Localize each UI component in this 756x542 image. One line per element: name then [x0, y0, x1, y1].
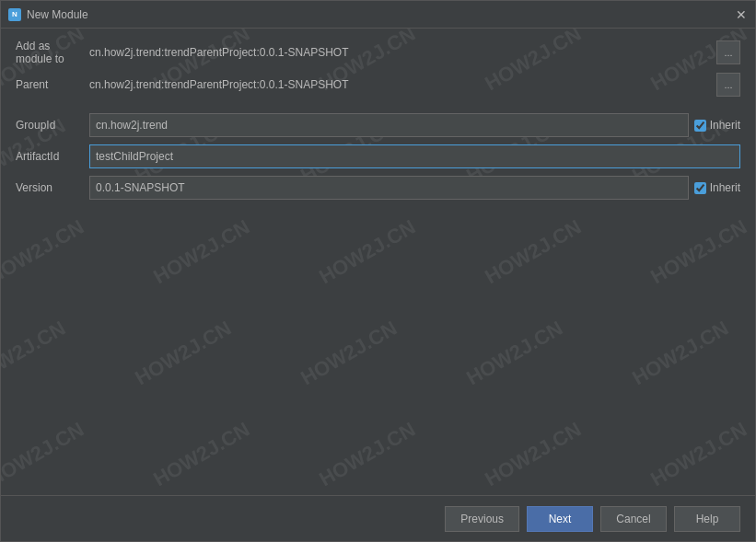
cancel-button[interactable]: Cancel — [600, 506, 667, 532]
watermark: HOW2J.CN — [1, 215, 88, 290]
dialog-footer: Previous Next Cancel Help — [1, 495, 755, 541]
version-label: Version — [16, 181, 89, 194]
parent-browse-button[interactable]: ... — [716, 73, 740, 97]
close-button[interactable]: ✕ — [735, 8, 748, 21]
next-button[interactable]: Next — [527, 506, 593, 532]
watermark: HOW2J.CN — [462, 317, 567, 391]
form-area: Add as module to cn.how2j.trend:trendPar… — [16, 40, 740, 200]
watermark: HOW2J.CN — [149, 215, 254, 290]
group-id-inherit-wrap: Inherit — [694, 119, 740, 132]
dialog-title: New Module — [27, 8, 88, 21]
version-inherit-wrap: Inherit — [694, 181, 740, 194]
parent-value: cn.how2j.trend:trendParentProject:0.0.1-… — [89, 78, 711, 91]
artifact-id-row: ArtifactId — [16, 144, 740, 168]
group-id-label: GroupId — [16, 119, 89, 132]
version-inherit-label: Inherit — [710, 181, 740, 194]
group-id-input[interactable] — [89, 113, 689, 137]
dialog-content: HOW2J.CN HOW2J.CN HOW2J.CN HOW2J.CN HOW2… — [1, 29, 755, 495]
help-button[interactable]: Help — [674, 506, 740, 532]
watermark: HOW2J.CN — [481, 215, 586, 290]
watermark: HOW2J.CN — [628, 317, 733, 391]
artifact-id-input[interactable] — [89, 144, 740, 168]
version-input[interactable] — [89, 176, 689, 200]
watermark: HOW2J.CN — [646, 215, 751, 290]
version-inherit-checkbox[interactable] — [694, 182, 706, 194]
group-id-inherit-checkbox[interactable] — [694, 120, 706, 132]
dialog-icon: N — [8, 8, 21, 21]
title-bar: N New Module ✕ — [1, 1, 755, 29]
watermark: HOW2J.CN — [149, 418, 254, 492]
add-module-label: Add as module to — [16, 40, 89, 65]
parent-label: Parent — [16, 78, 89, 91]
watermark: HOW2J.CN — [646, 418, 751, 492]
watermark: HOW2J.CN — [315, 418, 420, 492]
version-row: Version Inherit — [16, 176, 740, 200]
group-id-row: GroupId Inherit — [16, 113, 740, 137]
previous-button[interactable]: Previous — [445, 506, 519, 532]
add-module-browse-button[interactable]: ... — [716, 40, 740, 64]
title-bar-left: N New Module — [8, 8, 88, 21]
watermark: HOW2J.CN — [315, 215, 420, 290]
add-module-row: Add as module to cn.how2j.trend:trendPar… — [16, 40, 740, 65]
watermark: HOW2J.CN — [481, 418, 586, 492]
artifact-id-label: ArtifactId — [16, 150, 89, 163]
add-module-value: cn.how2j.trend:trendParentProject:0.0.1-… — [89, 46, 711, 59]
watermark: HOW2J.CN — [131, 317, 236, 391]
watermark: HOW2J.CN — [1, 418, 88, 492]
watermark: HOW2J.CN — [1, 317, 70, 391]
watermark: HOW2J.CN — [297, 317, 401, 391]
parent-row: Parent cn.how2j.trend:trendParentProject… — [16, 73, 740, 97]
group-id-inherit-label: Inherit — [710, 119, 740, 132]
new-module-dialog: N New Module ✕ HOW2J.CN HOW2J.CN HOW2J.C… — [0, 0, 756, 542]
